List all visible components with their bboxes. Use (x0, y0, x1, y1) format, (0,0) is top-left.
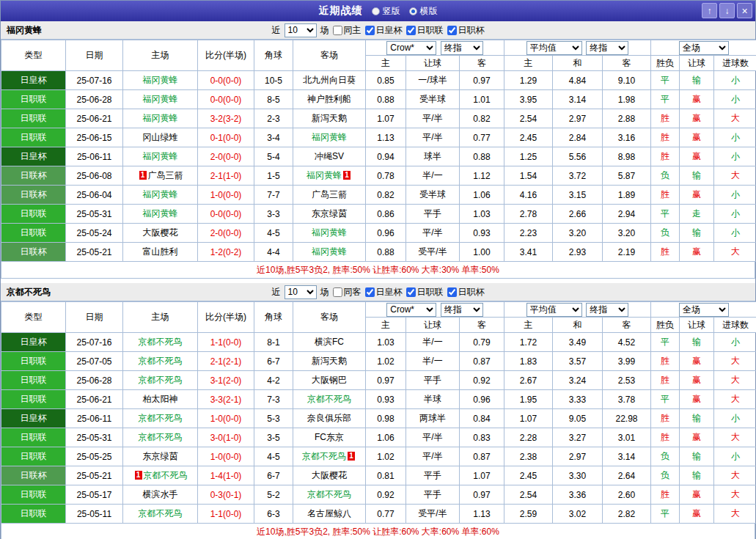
home-team-name[interactable]: 京都不死鸟 (139, 375, 183, 385)
home-team-name[interactable]: 柏太阳神 (143, 394, 178, 404)
home-team-name[interactable]: 京都不死鸟 (139, 413, 183, 423)
scope-select[interactable]: 全场 (679, 41, 729, 55)
matches-label: 场 (320, 286, 329, 298)
away-team-name[interactable]: 新泻天鹅 (312, 113, 347, 123)
home-team-name[interactable]: 东京绿茵 (143, 451, 178, 461)
home-team-name[interactable]: 福冈黄蜂 (143, 189, 178, 199)
league-filter-checkbox[interactable] (365, 287, 375, 297)
league-cell: 日皇杯 (1, 333, 66, 352)
league-filter-checkbox[interactable] (447, 26, 457, 35)
col-home: 主场 (123, 40, 198, 71)
same-venue-checkbox[interactable] (333, 287, 342, 297)
same-venue-checkbox[interactable] (333, 26, 342, 35)
home-team-name[interactable]: 京都不死鸟 (139, 432, 183, 442)
home-team-name[interactable]: 京都不死鸟 (144, 470, 188, 480)
league-filter[interactable]: 日职联 (406, 24, 444, 37)
home-team-name[interactable]: 广岛三箭 (148, 170, 183, 180)
home-team-name[interactable]: 京都不死鸟 (139, 508, 183, 518)
away-team-name[interactable]: 福冈黄蜂 (307, 170, 342, 180)
same-venue-filter[interactable]: 同主 (333, 24, 362, 37)
home-team-name[interactable]: 大阪樱花 (143, 227, 178, 238)
away-team-name[interactable]: 横滨FC (315, 337, 344, 347)
league-filter-checkbox[interactable] (447, 287, 457, 297)
league-filter-label: 日皇杯 (376, 24, 403, 37)
away-team-name[interactable]: 福冈黄蜂 (312, 227, 347, 238)
average-period-select[interactable]: 终指 (586, 41, 628, 55)
away-team-name[interactable]: 京都不死鸟 (302, 451, 346, 461)
away-team-name[interactable]: 奈良俱乐部 (307, 413, 351, 423)
bookmaker-select[interactable]: Crow* (386, 303, 436, 317)
layout-radio-vertical[interactable]: 竖版 (372, 5, 400, 18)
average-period-select[interactable]: 终指 (586, 303, 628, 317)
league-filter-checkbox[interactable] (406, 26, 416, 35)
same-venue-filter[interactable]: 同客 (333, 286, 362, 298)
col-avg-home: 主 (504, 318, 553, 333)
away-team-name[interactable]: 京都不死鸟 (307, 394, 351, 404)
home-team-name[interactable]: 福冈黄蜂 (143, 94, 178, 104)
bookmaker-select[interactable]: Crow* (386, 41, 436, 55)
corner-cell: 3-4 (254, 128, 293, 147)
away-team-name[interactable]: 大阪钢巴 (312, 375, 347, 385)
avg-odds-cell: 2.94 (603, 205, 651, 224)
crown-odds-cell: 0.88 (366, 90, 406, 109)
away-team-name[interactable]: 名古屋鲸八 (307, 508, 351, 518)
average-select[interactable]: 平均值 (526, 41, 582, 55)
away-team-name[interactable]: 东京绿茵 (312, 208, 347, 219)
col-avg-draw: 和 (553, 318, 603, 333)
league-filter-checkbox[interactable] (406, 287, 416, 297)
crown-odds-cell: 半/一 (406, 333, 460, 352)
close-button[interactable]: × (737, 3, 752, 18)
league-filter[interactable]: 日皇杯 (365, 286, 403, 298)
corner-cell: 7-3 (254, 390, 293, 409)
crown-odds-cell: 1.02 (366, 352, 406, 371)
away-team-name[interactable]: 大阪樱花 (312, 470, 347, 480)
league-filter[interactable]: 日皇杯 (365, 24, 403, 37)
crown-period-select[interactable]: 终指 (441, 41, 483, 55)
away-team-name[interactable]: 福冈黄蜂 (312, 132, 347, 142)
league-filter[interactable]: 日职杯 (447, 286, 485, 298)
league-filter[interactable]: 日职联 (406, 286, 444, 298)
avg-odds-cell: 3.24 (553, 371, 603, 390)
layout-radio-horizontal[interactable]: 横版 (409, 5, 438, 18)
handicap-result-cell: 赢 (680, 428, 714, 447)
crown-period-select[interactable]: 终指 (441, 303, 483, 317)
home-team-name[interactable]: 福冈黄蜂 (143, 75, 178, 85)
result-cell: 胜 (651, 109, 680, 128)
avg-odds-cell: 2.38 (504, 447, 553, 466)
avg-odds-cell: 2.93 (553, 243, 603, 262)
match-date: 25-06-08 (66, 166, 123, 186)
result-cell: 胜 (651, 371, 680, 390)
match-date: 25-05-11 (66, 505, 123, 524)
crown-odds-cell: 0.78 (366, 166, 406, 186)
league-filter[interactable]: 日职杯 (447, 24, 485, 37)
away-team-name[interactable]: 新泻天鹅 (312, 356, 347, 366)
home-team-name[interactable]: 冈山绿雉 (143, 132, 178, 142)
score-cell: 1-4(1-0) (198, 466, 254, 485)
home-team-name[interactable]: 京都不死鸟 (139, 356, 183, 366)
home-team-name[interactable]: 横滨水手 (143, 489, 178, 499)
away-team-name[interactable]: 广岛三箭 (312, 189, 347, 199)
away-team-cell: 冲绳SV (293, 147, 366, 166)
move-up-button[interactable]: ↑ (702, 3, 717, 18)
recent-count-select[interactable]: 10 (285, 285, 317, 299)
recent-count-select[interactable]: 10 (285, 23, 317, 37)
away-team-name[interactable]: FC东京 (315, 432, 344, 442)
move-down-button[interactable]: ↓ (719, 3, 735, 18)
team-filter-row: 京都不死鸟 近 10 场 同客 日皇杯日职联日职杯 (1, 283, 755, 301)
away-team-name[interactable]: 神户胜利船 (307, 94, 351, 104)
scope-select[interactable]: 全场 (679, 303, 729, 317)
home-team-name[interactable]: 京都不死鸟 (139, 337, 183, 347)
home-team-name[interactable]: 福冈黄蜂 (143, 113, 178, 123)
home-team-name[interactable]: 福冈黄蜂 (143, 208, 178, 219)
average-select[interactable]: 平均值 (526, 303, 582, 317)
away-team-cell: 京都不死鸟1 (293, 447, 366, 466)
result-cell: 平 (651, 205, 680, 224)
home-team-name[interactable]: 富山胜利 (143, 246, 178, 257)
away-team-name[interactable]: 冲绳SV (315, 151, 344, 161)
away-team-name[interactable]: 北九州向日葵 (303, 75, 356, 85)
home-team-name[interactable]: 福冈黄蜂 (143, 151, 178, 161)
home-team-cell: 大阪樱花 (123, 224, 198, 243)
away-team-name[interactable]: 京都不死鸟 (307, 489, 351, 499)
away-team-name[interactable]: 福冈黄蜂 (312, 246, 347, 257)
league-filter-checkbox[interactable] (365, 26, 375, 35)
